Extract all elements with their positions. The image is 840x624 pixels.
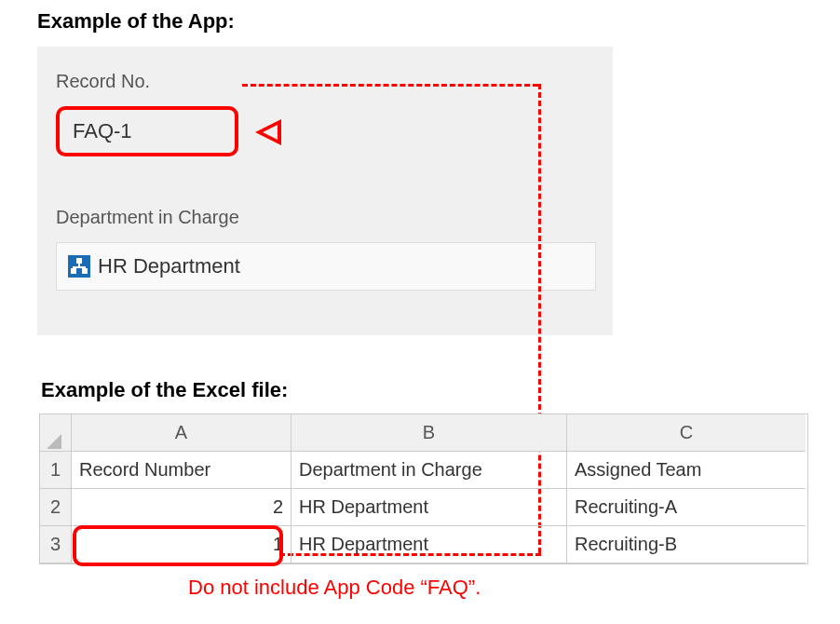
select-all-corner[interactable]: [40, 414, 72, 452]
annotation-note: Do not include App Code “FAQ”.: [188, 576, 481, 600]
excel-row: 1 Record Number Department in Charge Ass…: [40, 452, 807, 489]
connector-line: [242, 84, 538, 87]
app-panel: Record No. FAQ-1 Department in Charge HR…: [37, 47, 613, 335]
row-header[interactable]: 2: [40, 489, 72, 526]
col-header-b[interactable]: B: [291, 414, 567, 452]
cell[interactable]: Recruiting-A: [567, 489, 806, 526]
row-header[interactable]: 1: [40, 452, 72, 489]
record-no-value: FAQ-1: [73, 119, 132, 143]
heading-excel-example: Example of the Excel file:: [41, 378, 288, 402]
record-no-value-box: FAQ-1: [56, 106, 238, 156]
excel-row: 2 2 HR Department Recruiting-A: [40, 489, 807, 526]
heading-app-example: Example of the App:: [37, 9, 235, 34]
department-value: HR Department: [98, 254, 240, 278]
cell[interactable]: Department in Charge: [291, 452, 567, 489]
col-header-c[interactable]: C: [567, 414, 806, 452]
cell[interactable]: Assigned Team: [567, 452, 806, 489]
department-value-box: HR Department: [56, 242, 596, 291]
cell[interactable]: HR Department: [291, 526, 567, 563]
cell[interactable]: Record Number: [72, 452, 291, 489]
col-header-a[interactable]: A: [72, 414, 291, 452]
department-label: Department in Charge: [56, 207, 239, 228]
cell[interactable]: Recruiting-B: [567, 526, 806, 563]
row-header[interactable]: 3: [40, 526, 72, 563]
cell[interactable]: HR Department: [291, 489, 567, 526]
record-no-label: Record No.: [56, 71, 150, 92]
arrow-left-icon: [255, 119, 281, 145]
cell[interactable]: 2: [72, 489, 291, 526]
excel-header-row: A B C: [40, 414, 807, 452]
excel-grid: A B C 1 Record Number Department in Char…: [39, 414, 808, 564]
org-chart-icon: [68, 255, 90, 278]
excel-row: 3 1 HR Department Recruiting-B: [40, 526, 807, 563]
cell[interactable]: 1: [72, 526, 291, 563]
